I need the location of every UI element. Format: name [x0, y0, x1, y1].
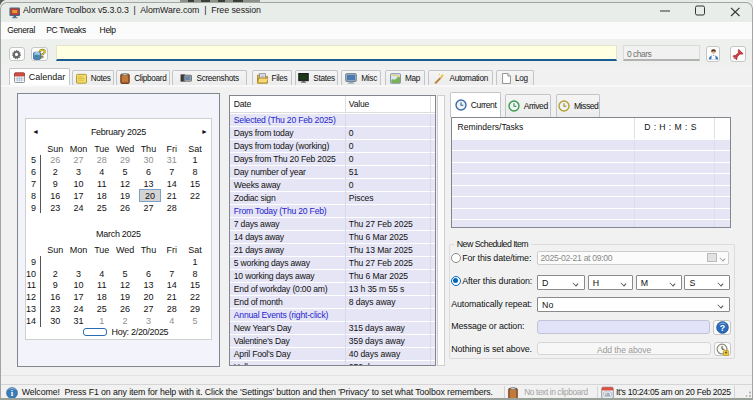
svg-text:?: ? [720, 323, 725, 333]
svg-text:05: 05 [605, 392, 610, 397]
svg-text:?: ? [38, 48, 46, 60]
